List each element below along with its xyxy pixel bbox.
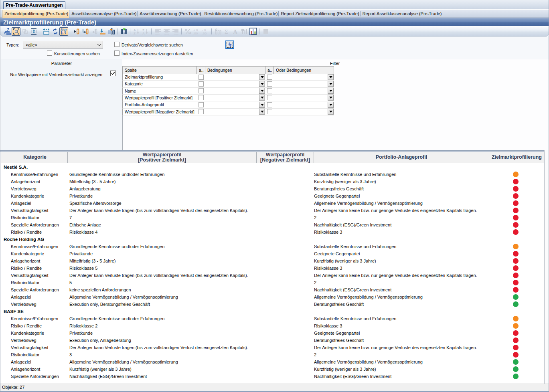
status-dot-red [513,193,519,199]
filter-row-spalte[interactable]: Portfolio-Anlageprofil [122,101,334,108]
filter-oder-aktiv-checkbox[interactable] [267,102,272,107]
table-row[interactable]: Kenntnisse/ErfahrungenGrundlegende Kennt… [1,315,544,322]
filter-oder-aktiv-checkbox[interactable] [267,75,272,80]
subtab-1[interactable]: Zielmarktprofilierung (Pre-Trade) [2,10,69,18]
table-row[interactable]: Risiko / RenditeRisikoklasse 5Risikoklas… [1,265,544,272]
table-row[interactable]: VerlusttragfähigkeitDer Anleger kann Ver… [1,272,544,279]
table-row[interactable]: Spezielle AnforderungenNachhaltigkeit (E… [1,373,544,380]
bedingungen-dropdown[interactable] [259,95,265,101]
move-row-down-icon [82,28,89,35]
refresh-button[interactable] [51,27,59,36]
vertreiberzielmarkt-checkbox[interactable] [110,71,116,76]
derivate-checkbox[interactable] [114,42,120,47]
table-row[interactable]: VertriebswegExecution only, Anlageberatu… [1,337,544,344]
bedingungen-dropdown[interactable] [259,88,265,94]
oder-bedingungen-dropdown[interactable] [328,95,334,101]
typen-dropdown[interactable]: <alle> [23,41,103,48]
svg-text:A: A [142,32,145,35]
hide-columns-button[interactable] [120,27,128,36]
table-row[interactable]: Risiko / RenditeRisikoklasse 2Risikoklas… [1,322,544,329]
bedingungen-dropdown[interactable] [259,102,265,108]
table-row[interactable]: AnlagezielSpezifische AltersvorsorgeAllg… [1,200,544,207]
table-row[interactable]: KundenkategoriePrivatkundeGeeignete Gege… [1,250,544,257]
scrollbar-gutter[interactable] [544,150,549,384]
move-row-down-button[interactable] [81,27,89,36]
oder-bedingungen-dropdown[interactable] [328,102,334,108]
column-header-3[interactable]: Wertpapierprofil[Negativer Zielmarkt] [257,152,314,163]
filter-row-spalte[interactable]: Name [122,88,334,95]
filter-oder-aktiv-checkbox[interactable] [267,81,272,87]
table-row[interactable]: AnlagehorizontMittelfristig (3 - 5 Jahre… [1,257,544,265]
table-row[interactable]: VerlusttragfähigkeitDer Anleger kann Ver… [1,207,544,214]
oder-bedingungen-dropdown[interactable] [328,81,334,87]
bedingungen-dropdown[interactable] [259,74,265,80]
table-row[interactable]: VerlusttragfähigkeitDer Anleger kann Ver… [1,344,544,351]
subtab-6[interactable]: Report Assetklassenanalyse (Pre-Trade) [361,10,443,18]
subtab-3[interactable]: Assetüberwachung (Pre-Trade) [138,10,202,18]
typen-label: Typen: [6,42,19,47]
column-header-2[interactable]: Wertpapierprofil[Positiver Zielmarkt] [68,152,257,163]
filter-settings-button[interactable] [59,27,68,36]
column-header-4[interactable]: Portfolio-Anlageprofil [314,152,489,163]
chart-button[interactable] [249,27,257,36]
table-row[interactable]: Risikoindikator32 [1,351,544,358]
fit-width-button[interactable] [42,27,51,36]
column-header-5[interactable]: Zielmarktprofilierung [489,152,544,163]
collapse-column-button[interactable] [72,27,81,36]
table-row[interactable]: KundenkategoriePrivatkundeGeeignete Gege… [1,192,544,200]
filter-aktiv-checkbox[interactable] [199,102,204,107]
filter-row-spalte[interactable]: Zielmarktprofilierung [122,74,334,81]
filter-oder-aktiv-checkbox[interactable] [267,109,272,114]
table-row[interactable]: AnlagezielAllgemeine Vermögensbildung / … [1,293,544,301]
filter-aktiv-checkbox[interactable] [199,95,204,100]
table-row[interactable]: Spezielle AnforderungenEthische AnlageNa… [1,221,544,228]
subtab-5[interactable]: Report Zielmarktprofilierung (Pre-Trade) [279,10,360,18]
fit-to-window-button[interactable] [12,27,20,36]
refresh-search-button[interactable] [225,40,234,49]
table-row[interactable]: Spezielle Anforderungenkeine speziellen … [1,286,544,293]
filter-oder-aktiv-checkbox[interactable] [267,95,272,100]
cell: Risiko / Rendite [11,322,42,329]
filter-aktiv-checkbox[interactable] [199,88,204,93]
oder-bedingungen-dropdown[interactable] [328,74,334,80]
table-row[interactable]: Kenntnisse/ErfahrungenGrundlegende Kennt… [1,243,544,250]
index-checkbox[interactable] [114,51,120,56]
table-row[interactable]: Risiko / RenditeRisikoklasse 4Risikoklas… [1,228,544,236]
table-row[interactable]: Kenntnisse/ErfahrungenGrundlegende Kennt… [1,171,544,178]
cell: Der Anleger kann Verluste tragen (bis zu… [69,272,248,279]
filter-row-spalte[interactable]: Kategorie [122,81,334,87]
subtab-2[interactable]: Assetklassenanalyse (Pre-Trade) [69,10,137,18]
table-row[interactable]: VertriebswegExecution only, Beratungsfre… [1,301,544,308]
bedingungen-dropdown[interactable] [259,109,265,115]
filter-rows-button[interactable] [107,27,116,36]
group-row[interactable]: BASF SE [1,308,544,315]
column-header-1[interactable]: Kategorie [2,152,68,163]
bedingungen-dropdown[interactable] [259,81,265,87]
filter-oder-aktiv-checkbox[interactable] [267,88,272,93]
oder-bedingungen-dropdown[interactable] [328,109,334,115]
cell: Spezielle Anforderungen [11,286,59,293]
group-row[interactable]: Nestlé S.A. [1,164,544,171]
filter-aktiv-checkbox[interactable] [199,75,204,80]
filter-aktiv-checkbox[interactable] [199,81,204,87]
table-row[interactable]: VertriebswegAnlageberatungBeratungsfreie… [1,185,544,192]
table-row[interactable]: Risikoindikator52 [1,279,544,286]
table-row[interactable]: Risikoindikator72 [1,214,544,221]
export-layout-button[interactable] [3,27,12,36]
cell: Spezielle Anforderungen [11,373,59,380]
filter-aktiv-checkbox[interactable] [199,109,204,114]
table-row[interactable]: AnlagezielAllgemeine Vermögensbildung / … [1,358,544,366]
kursnotierungen-checkbox[interactable] [47,51,52,56]
filter-row-spalte[interactable]: Wertpapierprofil [Negativer Zielmarkt] [122,109,334,115]
filter-row-spalte[interactable]: Wertpapierprofil [Positiver Zielmarkt] [122,95,334,101]
table-row[interactable]: AnlagehorizontMittelfristig (3 - 5 Jahre… [1,178,544,185]
fit-height-button[interactable] [29,27,38,36]
tab-pre-trade-auswertungen[interactable]: Pre-Trade-Auswertungen [3,1,65,9]
cell: Kundenkategorie [11,250,44,257]
table-row[interactable]: AnlagehorizontKurzfristig (weniger als 3… [1,366,544,373]
group-row[interactable]: Roche Holding AG [1,236,544,243]
subtab-4[interactable]: Restriktionsüberwachung (Pre-Trade) [202,10,278,18]
oder-bedingungen-dropdown[interactable] [328,88,334,94]
table-row[interactable]: KundenkategoriePrivatkundeGeeignete Gege… [1,329,544,337]
jump-to-bottom-button[interactable] [98,27,107,36]
